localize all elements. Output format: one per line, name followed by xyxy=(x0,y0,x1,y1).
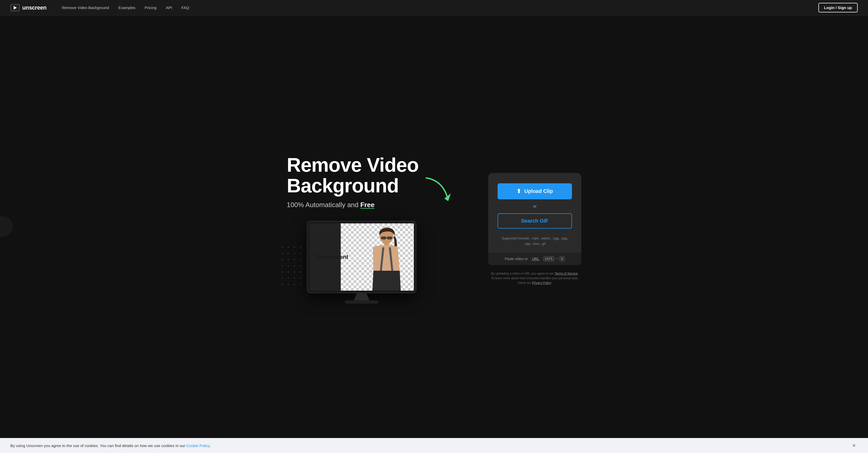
monitor-inner: Transparent xyxy=(309,223,414,291)
navbar: unscreen Remove Video Background Example… xyxy=(0,0,868,16)
hero-section: Remove Video Background 100% Automatical… xyxy=(0,16,868,437)
paste-url[interactable]: URL xyxy=(532,257,539,261)
kbd-ctrl: ctrl xyxy=(543,256,554,261)
nav-links: Remove Video Background Examples Pricing… xyxy=(62,5,818,10)
logo-text: unscreen xyxy=(22,4,46,11)
dot xyxy=(288,278,289,279)
dot xyxy=(282,259,283,260)
dot-grid: // Dots injected dynamically below xyxy=(282,247,311,288)
dot xyxy=(300,253,301,254)
cookie-policy-link[interactable]: Cookie Policy xyxy=(186,444,210,448)
nav-item-pricing[interactable]: Pricing xyxy=(145,5,157,10)
hero-title-line2: Background xyxy=(287,174,399,197)
svg-rect-4 xyxy=(387,236,392,240)
upload-button[interactable]: ⬆ Upload Clip xyxy=(498,183,572,199)
cookie-close-button[interactable]: × xyxy=(850,443,858,448)
dot xyxy=(288,259,289,260)
kbd-v: v xyxy=(559,256,565,261)
dot xyxy=(300,272,301,273)
logo-icon xyxy=(10,4,20,11)
upload-icon: ⬆ xyxy=(517,188,521,195)
dot xyxy=(282,272,283,273)
monitor-stand xyxy=(354,293,369,301)
monitor-mockup: Transparent xyxy=(307,221,416,304)
monitor-label: Transparent xyxy=(316,254,348,260)
dot xyxy=(294,272,295,273)
dot xyxy=(288,265,289,266)
dot xyxy=(282,247,283,248)
dot xyxy=(282,284,283,285)
hero-subtitle-plain: 100% Automatically and xyxy=(287,201,361,209)
search-gif-button[interactable]: Search GIF xyxy=(498,213,572,229)
legal-text-before: By uploading a video or URL you agree to… xyxy=(491,272,555,275)
dot xyxy=(300,259,301,260)
dot xyxy=(288,247,289,248)
dot xyxy=(300,284,301,285)
nav-link-faq[interactable]: FAQ xyxy=(181,5,189,10)
hero-left: Remove Video Background 100% Automatical… xyxy=(287,154,468,304)
nav-item-api[interactable]: API xyxy=(166,5,172,10)
nav-cta: Login / Sign up xyxy=(818,3,858,12)
arrow-decoration xyxy=(421,175,452,206)
dot xyxy=(294,278,295,279)
legal-text: By uploading a video or URL you agree to… xyxy=(491,271,579,285)
nav-item-examples[interactable]: Examples xyxy=(118,5,135,10)
hero-subtitle-bold: Free xyxy=(361,201,375,209)
nav-link-remove-bg[interactable]: Remove Video Background xyxy=(62,5,109,10)
dot xyxy=(282,253,283,254)
nav-link-pricing[interactable]: Pricing xyxy=(145,5,157,10)
tos-link[interactable]: Terms of Service xyxy=(555,272,578,275)
nav-link-api[interactable]: API xyxy=(166,5,172,10)
arrow-svg xyxy=(421,175,452,206)
dot xyxy=(288,284,289,285)
upload-panel: ⬆ Upload Clip or Search GIF Supported fo… xyxy=(488,173,581,265)
dot xyxy=(300,265,301,266)
dot xyxy=(288,253,289,254)
svg-rect-3 xyxy=(381,236,386,240)
svg-marker-0 xyxy=(444,193,451,201)
dot xyxy=(288,272,289,273)
login-button[interactable]: Login / Sign up xyxy=(818,3,858,12)
dot xyxy=(294,265,295,266)
person-svg xyxy=(362,226,404,291)
privacy-link[interactable]: Privacy Policy xyxy=(532,281,551,285)
kbd-plus: + xyxy=(556,257,558,261)
side-panel-hint xyxy=(0,216,13,237)
dot xyxy=(282,278,283,279)
or-text: or xyxy=(533,204,536,209)
upload-area: ⬆ Upload Clip or Search GIF Supported fo… xyxy=(488,173,581,285)
logo[interactable]: unscreen xyxy=(10,4,46,11)
cookie-text: By using Unscreen you agree to the use o… xyxy=(10,444,211,448)
nav-item-remove-bg[interactable]: Remove Video Background xyxy=(62,5,109,10)
upload-button-label: Upload Clip xyxy=(524,188,553,194)
cookie-banner: By using Unscreen you agree to the use o… xyxy=(0,438,868,453)
supported-formats: Supported formats: .mp4, .webm, .ogg, .o… xyxy=(498,236,572,247)
dot xyxy=(300,247,301,248)
cookie-text-before: By using Unscreen you agree to the use o… xyxy=(10,444,186,448)
paste-bar: Paste video or URL ctrl + v xyxy=(488,253,581,265)
nav-link-examples[interactable]: Examples xyxy=(118,5,135,10)
hero-title-line1: Remove Video xyxy=(287,154,418,176)
dot xyxy=(282,265,283,266)
monitor-screen: Transparent xyxy=(307,221,416,293)
nav-item-faq[interactable]: FAQ xyxy=(181,5,189,10)
person-figure xyxy=(362,226,404,291)
dot xyxy=(300,278,301,279)
legal-text-after: . xyxy=(551,281,552,285)
dot xyxy=(294,247,295,248)
dot xyxy=(294,284,295,285)
dot xyxy=(294,259,295,260)
paste-label: Paste video or xyxy=(505,257,528,261)
cookie-text-after: . xyxy=(210,444,211,448)
dot xyxy=(294,253,295,254)
monitor-base xyxy=(345,301,378,304)
